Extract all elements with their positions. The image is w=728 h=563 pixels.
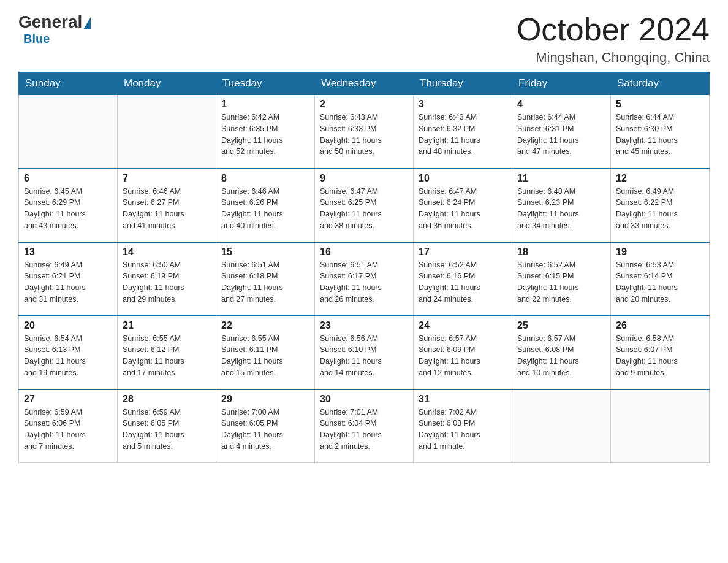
day-info: Sunrise: 7:02 AM Sunset: 6:03 PM Dayligh… (419, 407, 507, 453)
day-number: 14 (123, 247, 211, 258)
day-info: Sunrise: 6:55 AM Sunset: 6:11 PM Dayligh… (221, 333, 309, 379)
calendar-table: SundayMondayTuesdayWednesdayThursdayFrid… (18, 72, 710, 463)
day-number: 7 (123, 173, 211, 184)
day-info: Sunrise: 6:42 AM Sunset: 6:35 PM Dayligh… (221, 112, 309, 158)
calendar-cell (19, 95, 118, 169)
day-info: Sunrise: 6:51 AM Sunset: 6:18 PM Dayligh… (221, 259, 309, 305)
day-number: 2 (320, 99, 408, 110)
calendar-cell: 5Sunrise: 6:44 AM Sunset: 6:30 PM Daylig… (611, 95, 710, 169)
logo-blue-text: Blue (23, 32, 50, 46)
day-info: Sunrise: 6:52 AM Sunset: 6:16 PM Dayligh… (419, 259, 507, 305)
calendar-cell: 22Sunrise: 6:55 AM Sunset: 6:11 PM Dayli… (216, 316, 315, 389)
day-number: 1 (221, 99, 309, 110)
calendar-cell: 9Sunrise: 6:47 AM Sunset: 6:25 PM Daylig… (315, 169, 414, 242)
calendar-header-tuesday: Tuesday (216, 72, 315, 95)
calendar-week-row: 13Sunrise: 6:49 AM Sunset: 6:21 PM Dayli… (19, 242, 710, 316)
day-info: Sunrise: 6:48 AM Sunset: 6:23 PM Dayligh… (517, 186, 605, 232)
calendar-cell: 27Sunrise: 6:59 AM Sunset: 6:06 PM Dayli… (19, 389, 118, 463)
day-info: Sunrise: 6:43 AM Sunset: 6:32 PM Dayligh… (419, 112, 507, 158)
day-info: Sunrise: 7:01 AM Sunset: 6:04 PM Dayligh… (320, 407, 408, 453)
day-number: 12 (616, 173, 704, 184)
calendar-cell: 13Sunrise: 6:49 AM Sunset: 6:21 PM Dayli… (19, 242, 118, 316)
day-number: 27 (24, 394, 112, 405)
day-number: 16 (320, 247, 408, 258)
calendar-header-saturday: Saturday (611, 72, 710, 95)
calendar-cell: 17Sunrise: 6:52 AM Sunset: 6:16 PM Dayli… (414, 242, 512, 316)
day-info: Sunrise: 6:43 AM Sunset: 6:33 PM Dayligh… (320, 112, 408, 158)
day-number: 10 (419, 173, 507, 184)
day-info: Sunrise: 6:57 AM Sunset: 6:09 PM Dayligh… (419, 333, 507, 379)
day-info: Sunrise: 6:50 AM Sunset: 6:19 PM Dayligh… (123, 259, 211, 305)
page-subtitle: Mingshan, Chongqing, China (517, 50, 710, 66)
day-number: 4 (517, 99, 605, 110)
day-number: 3 (419, 99, 507, 110)
day-number: 20 (24, 320, 112, 331)
page-header: General Blue October 2024 Mingshan, Chon… (18, 12, 710, 66)
day-info: Sunrise: 6:56 AM Sunset: 6:10 PM Dayligh… (320, 333, 408, 379)
day-number: 6 (24, 173, 112, 184)
day-number: 11 (517, 173, 605, 184)
calendar-cell: 1Sunrise: 6:42 AM Sunset: 6:35 PM Daylig… (216, 95, 315, 169)
day-number: 19 (616, 247, 704, 258)
calendar-week-row: 1Sunrise: 6:42 AM Sunset: 6:35 PM Daylig… (19, 95, 710, 169)
calendar-header-sunday: Sunday (19, 72, 118, 95)
calendar-cell: 21Sunrise: 6:55 AM Sunset: 6:12 PM Dayli… (118, 316, 216, 389)
calendar-cell: 24Sunrise: 6:57 AM Sunset: 6:09 PM Dayli… (414, 316, 512, 389)
calendar-cell: 10Sunrise: 6:47 AM Sunset: 6:24 PM Dayli… (414, 169, 512, 242)
day-number: 28 (123, 394, 211, 405)
calendar-cell: 3Sunrise: 6:43 AM Sunset: 6:32 PM Daylig… (414, 95, 512, 169)
day-info: Sunrise: 6:57 AM Sunset: 6:08 PM Dayligh… (517, 333, 605, 379)
day-info: Sunrise: 6:45 AM Sunset: 6:29 PM Dayligh… (24, 186, 112, 232)
calendar-header-row: SundayMondayTuesdayWednesdayThursdayFrid… (19, 72, 710, 95)
calendar-cell: 19Sunrise: 6:53 AM Sunset: 6:14 PM Dayli… (611, 242, 710, 316)
day-number: 8 (221, 173, 309, 184)
day-number: 31 (419, 394, 507, 405)
day-number: 29 (221, 394, 309, 405)
calendar-cell: 31Sunrise: 7:02 AM Sunset: 6:03 PM Dayli… (414, 389, 512, 463)
calendar-cell: 20Sunrise: 6:54 AM Sunset: 6:13 PM Dayli… (19, 316, 118, 389)
logo-triangle-icon (83, 17, 91, 29)
day-number: 18 (517, 247, 605, 258)
day-number: 22 (221, 320, 309, 331)
day-number: 24 (419, 320, 507, 331)
logo-general-text: General (18, 12, 82, 32)
day-info: Sunrise: 6:51 AM Sunset: 6:17 PM Dayligh… (320, 259, 408, 305)
calendar-header-monday: Monday (118, 72, 216, 95)
calendar-cell: 28Sunrise: 6:59 AM Sunset: 6:05 PM Dayli… (118, 389, 216, 463)
day-number: 23 (320, 320, 408, 331)
calendar-cell (118, 95, 216, 169)
calendar-cell: 14Sunrise: 6:50 AM Sunset: 6:19 PM Dayli… (118, 242, 216, 316)
calendar-cell: 11Sunrise: 6:48 AM Sunset: 6:23 PM Dayli… (512, 169, 611, 242)
calendar-cell: 2Sunrise: 6:43 AM Sunset: 6:33 PM Daylig… (315, 95, 414, 169)
day-info: Sunrise: 6:46 AM Sunset: 6:26 PM Dayligh… (221, 186, 309, 232)
day-info: Sunrise: 6:49 AM Sunset: 6:21 PM Dayligh… (24, 259, 112, 305)
logo: General Blue (18, 12, 91, 46)
day-info: Sunrise: 6:55 AM Sunset: 6:12 PM Dayligh… (123, 333, 211, 379)
day-info: Sunrise: 6:53 AM Sunset: 6:14 PM Dayligh… (616, 259, 704, 305)
calendar-cell: 15Sunrise: 6:51 AM Sunset: 6:18 PM Dayli… (216, 242, 315, 316)
day-number: 17 (419, 247, 507, 258)
day-number: 15 (221, 247, 309, 258)
calendar-cell: 6Sunrise: 6:45 AM Sunset: 6:29 PM Daylig… (19, 169, 118, 242)
day-number: 21 (123, 320, 211, 331)
day-info: Sunrise: 7:00 AM Sunset: 6:05 PM Dayligh… (221, 407, 309, 453)
calendar-week-row: 27Sunrise: 6:59 AM Sunset: 6:06 PM Dayli… (19, 389, 710, 463)
day-number: 30 (320, 394, 408, 405)
day-info: Sunrise: 6:47 AM Sunset: 6:24 PM Dayligh… (419, 186, 507, 232)
calendar-cell (512, 389, 611, 463)
day-info: Sunrise: 6:52 AM Sunset: 6:15 PM Dayligh… (517, 259, 605, 305)
calendar-header-thursday: Thursday (414, 72, 512, 95)
day-number: 25 (517, 320, 605, 331)
day-info: Sunrise: 6:44 AM Sunset: 6:30 PM Dayligh… (616, 112, 704, 158)
day-info: Sunrise: 6:44 AM Sunset: 6:31 PM Dayligh… (517, 112, 605, 158)
calendar-week-row: 20Sunrise: 6:54 AM Sunset: 6:13 PM Dayli… (19, 316, 710, 389)
day-number: 26 (616, 320, 704, 331)
calendar-cell: 7Sunrise: 6:46 AM Sunset: 6:27 PM Daylig… (118, 169, 216, 242)
calendar-cell: 16Sunrise: 6:51 AM Sunset: 6:17 PM Dayli… (315, 242, 414, 316)
calendar-cell: 29Sunrise: 7:00 AM Sunset: 6:05 PM Dayli… (216, 389, 315, 463)
page-title: October 2024 (517, 12, 710, 47)
calendar-cell (611, 389, 710, 463)
calendar-cell: 26Sunrise: 6:58 AM Sunset: 6:07 PM Dayli… (611, 316, 710, 389)
calendar-cell: 23Sunrise: 6:56 AM Sunset: 6:10 PM Dayli… (315, 316, 414, 389)
calendar-cell: 12Sunrise: 6:49 AM Sunset: 6:22 PM Dayli… (611, 169, 710, 242)
